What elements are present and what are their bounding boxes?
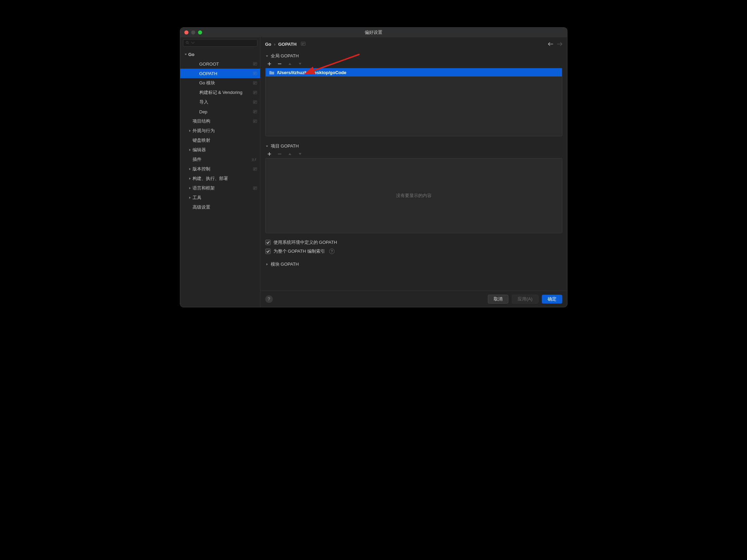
scope-badge-icon bbox=[301, 42, 306, 47]
project-toolbar bbox=[265, 150, 562, 158]
sidebar-item-label: GOROOT bbox=[199, 61, 253, 67]
help-icon[interactable]: ? bbox=[329, 249, 335, 254]
sidebar-item-label: 导入 bbox=[199, 99, 253, 105]
section-header-project[interactable]: 项目 GOPATH bbox=[265, 141, 562, 150]
main-panel: Go › GOPATH bbox=[260, 37, 567, 307]
chevron-down-icon bbox=[184, 52, 188, 56]
zoom-window-button[interactable] bbox=[198, 30, 202, 34]
scope-badge-icon bbox=[253, 81, 257, 85]
sidebar-item-label: GOPATH bbox=[199, 71, 253, 76]
checkbox-label: 为整个 GOPATH 编制索引 bbox=[273, 248, 325, 254]
svg-rect-29 bbox=[254, 188, 255, 189]
sidebar-item-label: 外观与行为 bbox=[193, 128, 257, 134]
chevron-right-icon bbox=[188, 196, 192, 200]
index-whole-gopath-checkbox[interactable]: 为整个 GOPATH 编制索引 ? bbox=[265, 247, 562, 256]
sidebar-item-goroot[interactable]: GOROOT bbox=[180, 59, 260, 69]
scope-badge-icon bbox=[253, 62, 257, 66]
breadcrumb-bar: Go › GOPATH bbox=[260, 37, 567, 51]
spacer bbox=[195, 71, 199, 75]
svg-rect-30 bbox=[301, 42, 305, 45]
remove-button[interactable] bbox=[277, 151, 282, 157]
svg-rect-16 bbox=[254, 102, 255, 103]
svg-rect-8 bbox=[253, 82, 257, 84]
dialog-footer: ? 取消 应用(A) 确定 bbox=[260, 291, 567, 307]
remove-button[interactable] bbox=[277, 61, 282, 67]
list-item[interactable]: /Users/itzhuzhu/Desktop/goCode bbox=[266, 68, 562, 76]
disclosure-triangle-icon bbox=[265, 54, 269, 58]
preferences-window: 偏好设置 GoGOROOTGOPATHGo 模块构建标记 & Vendoring… bbox=[180, 27, 567, 307]
chevron-right-icon bbox=[188, 148, 192, 152]
svg-rect-19 bbox=[254, 112, 255, 112]
svg-rect-32 bbox=[302, 44, 304, 45]
sidebar-item-label: 插件 bbox=[193, 156, 251, 163]
search-input[interactable] bbox=[183, 39, 257, 47]
nav-back-button[interactable] bbox=[548, 42, 553, 46]
svg-rect-10 bbox=[254, 83, 255, 84]
sidebar-item--vendoring[interactable]: 构建标记 & Vendoring bbox=[180, 88, 260, 97]
sidebar-item--[interactable]: 键盘映射 bbox=[180, 136, 260, 145]
sidebar-item--[interactable]: 导入 bbox=[180, 97, 260, 107]
svg-rect-4 bbox=[254, 64, 255, 65]
nav-forward-button bbox=[557, 42, 562, 46]
chevron-right-icon bbox=[188, 186, 192, 190]
sidebar-item--[interactable]: 编辑器 bbox=[180, 145, 260, 155]
add-button[interactable] bbox=[267, 151, 272, 157]
breadcrumb-root[interactable]: Go bbox=[265, 42, 271, 47]
add-button[interactable] bbox=[267, 61, 272, 67]
use-system-gopath-checkbox[interactable]: 使用系统环境中定义的 GOPATH bbox=[265, 238, 562, 247]
svg-rect-6 bbox=[254, 73, 256, 73]
sidebar-item--[interactable]: 外观与行为 bbox=[180, 126, 260, 136]
checkbox-checked-icon bbox=[265, 240, 271, 245]
sidebar-item-gopath[interactable]: GOPATH bbox=[180, 69, 260, 78]
sidebar-item-label: 工具 bbox=[193, 195, 257, 201]
sidebar-item--[interactable]: 项目结构 bbox=[180, 116, 260, 126]
svg-rect-17 bbox=[253, 110, 257, 113]
sidebar-item--[interactable]: 语言和框架 bbox=[180, 183, 260, 193]
breadcrumb-leaf: GOPATH bbox=[278, 42, 297, 47]
svg-rect-18 bbox=[254, 111, 256, 111]
svg-rect-20 bbox=[253, 120, 257, 123]
svg-rect-24 bbox=[253, 168, 257, 170]
spacer bbox=[188, 157, 192, 162]
ok-button[interactable]: 确定 bbox=[542, 295, 562, 304]
close-window-button[interactable] bbox=[184, 30, 188, 34]
sidebar-item-label: 高级设置 bbox=[193, 204, 257, 210]
sidebar-item--[interactable]: 构建、执行、部署 bbox=[180, 174, 260, 183]
sidebar-item-label: Go bbox=[188, 52, 257, 57]
move-up-button[interactable] bbox=[287, 61, 293, 67]
sidebar-item-go[interactable]: Go bbox=[180, 50, 260, 59]
project-gopath-list[interactable]: 没有要显示的内容 bbox=[265, 158, 562, 233]
global-gopath-list[interactable]: /Users/itzhuzhu/Desktop/goCode bbox=[265, 68, 562, 136]
sidebar-item--[interactable]: 工具 bbox=[180, 193, 260, 202]
move-down-button[interactable] bbox=[297, 61, 303, 67]
section-header-global[interactable]: 全局 GOPATH bbox=[265, 51, 562, 60]
sidebar-item-label: 构建标记 & Vendoring bbox=[199, 89, 253, 96]
sidebar-item-label: Go 模块 bbox=[199, 80, 253, 86]
help-button[interactable]: ? bbox=[265, 295, 273, 303]
path-text: /Users/itzhuzhu/Desktop/goCode bbox=[277, 70, 347, 75]
folder-icon bbox=[269, 70, 274, 75]
sidebar-item--[interactable]: 高级设置 bbox=[180, 202, 260, 212]
svg-rect-25 bbox=[254, 168, 256, 169]
svg-rect-27 bbox=[253, 187, 257, 190]
move-down-button[interactable] bbox=[297, 151, 303, 157]
cancel-button[interactable]: 取消 bbox=[488, 295, 508, 304]
sidebar-item--[interactable]: 插件文A bbox=[180, 155, 260, 164]
svg-rect-3 bbox=[254, 63, 256, 64]
svg-rect-31 bbox=[302, 43, 305, 44]
titlebar: 偏好设置 bbox=[180, 28, 567, 37]
svg-rect-11 bbox=[253, 91, 257, 94]
scope-badge-icon bbox=[253, 167, 257, 171]
scope-badge-icon bbox=[253, 100, 257, 104]
section-title: 模块 GOPATH bbox=[271, 261, 299, 267]
sidebar-item--[interactable]: 版本控制 bbox=[180, 164, 260, 174]
minimize-window-button[interactable] bbox=[191, 30, 195, 34]
settings-tree[interactable]: GoGOROOTGOPATHGo 模块构建标记 & Vendoring导入Dep… bbox=[180, 49, 260, 307]
svg-rect-26 bbox=[254, 169, 255, 170]
sidebar-item-dep[interactable]: Dep bbox=[180, 107, 260, 116]
sidebar-item-go-[interactable]: Go 模块 bbox=[180, 78, 260, 88]
move-up-button[interactable] bbox=[287, 151, 293, 157]
window-title: 偏好设置 bbox=[180, 29, 567, 36]
section-title: 项目 GOPATH bbox=[271, 143, 299, 149]
section-header-module[interactable]: 模块 GOPATH bbox=[265, 259, 562, 268]
